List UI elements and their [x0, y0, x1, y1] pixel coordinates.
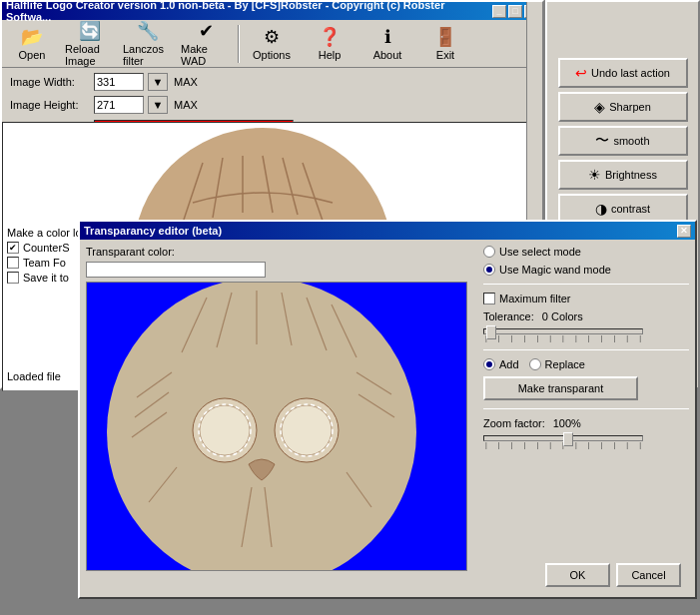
- tolerance-value: 0 Colors: [542, 310, 583, 322]
- image-height-label: Image Height:: [10, 99, 90, 111]
- magic-wand-radio[interactable]: [483, 264, 495, 276]
- undo-label: Undo last action: [591, 67, 670, 79]
- help-button[interactable]: ❓ Help: [302, 22, 357, 66]
- contrast-label: contrast: [611, 203, 650, 215]
- counters-checkbox[interactable]: ✔: [7, 242, 19, 254]
- zoom-slider-container: ||||| ||||| |||: [483, 435, 643, 448]
- brightness-button[interactable]: ☀ Brightness: [558, 160, 688, 190]
- max-filter-checkbox[interactable]: [483, 293, 495, 305]
- make-transparent-button[interactable]: Make transparant: [483, 376, 638, 400]
- separator1: [483, 284, 689, 285]
- zoom-value: 100%: [553, 417, 581, 429]
- maximize-btn[interactable]: □: [508, 5, 522, 18]
- exit-label: Exit: [436, 49, 454, 61]
- zoom-slider-track[interactable]: [483, 435, 643, 441]
- help-label: Help: [319, 49, 342, 61]
- smooth-button[interactable]: 〜 smooth: [558, 126, 688, 156]
- smooth-label: smooth: [613, 135, 649, 147]
- svg-point-20: [107, 283, 416, 571]
- reload-button[interactable]: 🔄 Reload Image: [62, 22, 118, 66]
- image-width-input[interactable]: [94, 73, 144, 91]
- brightness-label: Brightness: [605, 169, 657, 181]
- undo-button[interactable]: ↩ Undo last action: [558, 58, 688, 88]
- dialog-close-btn[interactable]: ✕: [677, 225, 691, 238]
- minimize-btn[interactable]: _: [492, 5, 506, 18]
- transparent-color-label: Transparant color:: [86, 246, 475, 258]
- magic-wand-dot: [486, 267, 492, 273]
- makewad-button[interactable]: ✔ Make WAD: [178, 22, 234, 66]
- dialog-body: Transparant color:: [80, 240, 695, 597]
- toolbar-divider: [238, 25, 240, 63]
- lanczos-icon: 🔧: [137, 20, 159, 42]
- add-row[interactable]: Add: [483, 358, 519, 370]
- add-radio[interactable]: [483, 358, 495, 370]
- zoom-label: Zoom factor:: [483, 417, 545, 429]
- svg-point-38: [200, 405, 250, 455]
- makewad-label: Make WAD: [181, 43, 231, 67]
- image-height-combo[interactable]: ▼: [148, 96, 168, 114]
- image-width-row: Image Width: ▼ MAX: [10, 72, 534, 92]
- undo-icon: ↩: [575, 65, 587, 81]
- color-swatch[interactable]: [86, 262, 266, 278]
- image-height-input[interactable]: [94, 96, 144, 114]
- sharpen-icon: ◈: [594, 99, 605, 115]
- dialog-title-text: Transparancy editor (beta): [84, 225, 222, 237]
- add-dot: [486, 361, 492, 367]
- max-filter-label: Maximum filter: [499, 293, 571, 305]
- replace-row[interactable]: Replace: [529, 358, 585, 370]
- about-icon: ℹ: [384, 26, 391, 48]
- magic-wand-label: Use Magic wand mode: [499, 264, 611, 276]
- image-width-combo[interactable]: ▼: [148, 73, 168, 91]
- reload-label: Reload Image: [65, 43, 115, 67]
- loaded-file: Loaded file: [7, 370, 61, 382]
- brightness-icon: ☀: [588, 167, 601, 183]
- help-icon: ❓: [319, 26, 341, 48]
- select-mode-radio[interactable]: [483, 246, 495, 258]
- tolerance-slider-track[interactable]: [483, 328, 643, 334]
- teamfo-label: Team Fo: [23, 257, 66, 269]
- max-filter-row[interactable]: Maximum filter: [483, 293, 689, 305]
- options-icon: ⚙: [264, 26, 280, 48]
- options-button[interactable]: ⚙ Options: [244, 22, 300, 66]
- svg-point-39: [282, 405, 332, 455]
- exit-icon: 🚪: [434, 26, 456, 48]
- sharpen-button[interactable]: ◈ Sharpen: [558, 92, 688, 122]
- sharpen-label: Sharpen: [609, 101, 651, 113]
- magic-wand-row[interactable]: Use Magic wand mode: [483, 264, 689, 276]
- dialog-controls: Use select mode Use Magic wand mode Maxi…: [475, 246, 689, 591]
- teamfo-checkbox[interactable]: [7, 257, 19, 269]
- separator3: [483, 408, 689, 409]
- reload-icon: 🔄: [79, 20, 101, 42]
- loaded-file-text: Loaded file: [7, 370, 61, 382]
- open-icon: 📂: [21, 26, 43, 48]
- toolbar: 📂 Open 🔄 Reload Image 🔧 Lanczos filter ✔…: [2, 20, 542, 68]
- exit-button[interactable]: 🚪 Exit: [417, 22, 473, 66]
- dialog-title-buttons: ✕: [677, 225, 691, 238]
- image-height-row: Image Height: ▼ MAX: [10, 95, 534, 115]
- about-button[interactable]: ℹ About: [359, 22, 415, 66]
- image-width-label: Image Width:: [10, 76, 90, 88]
- dialog-canvas-svg: [87, 283, 467, 571]
- tolerance-slider-thumb[interactable]: [486, 325, 496, 339]
- ok-button[interactable]: OK: [545, 563, 610, 587]
- tolerance-row: Tolerance: 0 Colors: [483, 310, 689, 322]
- saveit-checkbox[interactable]: [7, 272, 19, 284]
- open-button[interactable]: 📂 Open: [4, 22, 60, 66]
- separator2: [483, 349, 689, 350]
- contrast-icon: ◑: [595, 201, 607, 217]
- select-mode-row[interactable]: Use select mode: [483, 246, 689, 258]
- main-title-bar: Halflife Logo Creator version 1.0 non-be…: [2, 2, 542, 20]
- image-width-max: MAX: [174, 76, 198, 88]
- about-label: About: [373, 49, 402, 61]
- add-replace-row: Add Replace: [483, 358, 689, 370]
- replace-label: Replace: [545, 358, 585, 370]
- zoom-slider-thumb[interactable]: [563, 432, 573, 446]
- makewad-icon: ✔: [199, 20, 214, 42]
- dialog-canvas[interactable]: [86, 282, 467, 571]
- replace-radio[interactable]: [529, 358, 541, 370]
- tolerance-label: Tolerance:: [483, 310, 534, 322]
- options-label: Options: [253, 49, 291, 61]
- dialog-title-bar: Transparancy editor (beta) ✕: [80, 222, 695, 240]
- cancel-button[interactable]: Cancel: [616, 563, 681, 587]
- lanczos-button[interactable]: 🔧 Lanczos filter: [120, 22, 176, 66]
